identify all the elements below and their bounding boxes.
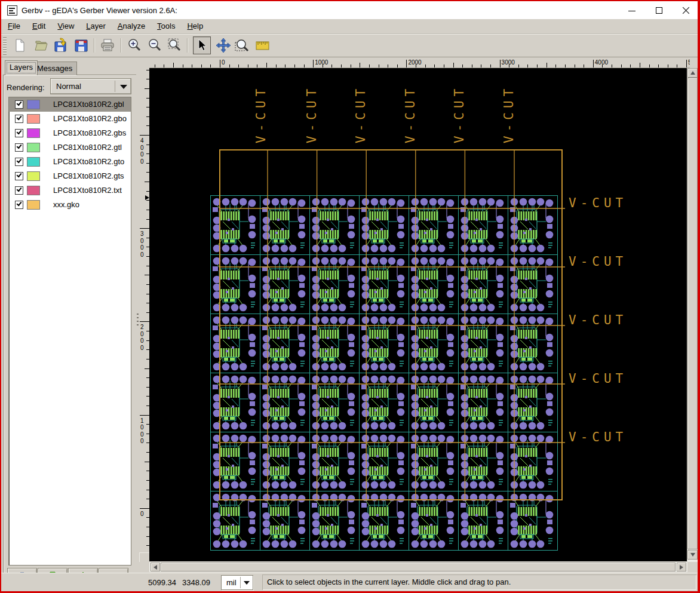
layer-color-swatch[interactable]	[27, 114, 40, 124]
layer-row[interactable]: LPC81Xto810R2.gbl	[9, 97, 131, 112]
menu-view[interactable]: View	[52, 19, 79, 33]
ruler-tick	[388, 64, 388, 67]
ruler-tick	[220, 60, 220, 67]
vcut-label-right: V-CUT	[569, 254, 627, 269]
horizontal-scroll-thumb[interactable]	[161, 563, 676, 572]
ruler-tick	[248, 64, 248, 67]
vertical-scrollbar[interactable]	[687, 68, 698, 562]
toolbar	[1, 34, 698, 57]
zoom-out-button[interactable]	[146, 36, 164, 54]
measure-tool-button[interactable]	[254, 36, 272, 54]
open-folder-icon	[34, 38, 48, 53]
scroll-up-button[interactable]	[687, 68, 698, 78]
maximize-button[interactable]	[646, 1, 673, 19]
layer-visibility-checkbox[interactable]	[15, 172, 23, 180]
layer-color-swatch[interactable]	[27, 200, 40, 210]
scroll-left-button[interactable]	[151, 563, 160, 572]
scroll-right-button[interactable]	[677, 563, 686, 572]
toolbar-drag-handle[interactable]	[3, 37, 7, 55]
measure-ruler-icon	[255, 38, 271, 53]
ruler-tick	[453, 63, 454, 67]
minimize-button[interactable]	[619, 1, 645, 19]
layer-visibility-checkbox[interactable]	[15, 129, 23, 137]
new-file-button[interactable]	[11, 36, 29, 54]
ruler-tick	[668, 64, 668, 67]
zoom-region-tool-button[interactable]	[233, 36, 251, 54]
menu-analyze[interactable]: Analyze	[112, 19, 151, 33]
layer-color-swatch[interactable]	[27, 157, 40, 167]
pointer-tool-button[interactable]	[193, 36, 211, 54]
units-dropdown[interactable]: mil	[221, 575, 253, 590]
layer-visibility-checkbox[interactable]	[15, 115, 23, 123]
layer-row[interactable]: LPC81Xto810R2.gtl	[9, 140, 131, 155]
maximize-icon	[656, 7, 662, 14]
layer-visibility-checkbox[interactable]	[15, 143, 23, 152]
tab-layers[interactable]: Layers	[5, 60, 38, 75]
coordinate-x: 5099.34	[148, 578, 176, 587]
vertical-scroll-thumb[interactable]	[687, 78, 698, 549]
save-as-button[interactable]	[52, 36, 70, 54]
layer-row[interactable]: xxx.gko	[9, 198, 131, 212]
check-icon	[17, 172, 22, 177]
zoom-fit-icon	[167, 38, 183, 53]
save-button[interactable]	[72, 36, 90, 54]
toolbar-separator	[187, 38, 188, 53]
ruler-tick	[164, 64, 164, 67]
horizontal-scrollbar[interactable]	[149, 562, 687, 572]
open-project-button[interactable]	[32, 36, 50, 54]
save-as-icon	[53, 38, 69, 53]
ruler-tick	[490, 64, 491, 67]
ruler-tick	[500, 60, 501, 67]
zoom-region-icon	[234, 38, 250, 53]
pan-tool-button[interactable]	[214, 36, 232, 54]
layer-visibility-checkbox[interactable]	[15, 186, 23, 195]
ruler-tick	[509, 64, 509, 67]
layer-visibility-checkbox[interactable]	[15, 201, 23, 209]
layer-row[interactable]: LPC81Xto810R2.gbs	[9, 126, 131, 140]
zoom-in-button[interactable]	[126, 36, 144, 54]
layer-row[interactable]: LPC81Xto810R2.gto	[9, 155, 131, 169]
ruler-tick	[621, 64, 622, 67]
menu-help[interactable]: Help	[182, 19, 208, 33]
pan-icon	[216, 38, 231, 53]
status-bar: 5099.343348.09 mil Click to select objec…	[1, 573, 698, 591]
print-button[interactable]	[99, 36, 116, 54]
ruler-label: 0	[222, 59, 225, 66]
layer-row[interactable]: LPC81Xto810R2.gts	[9, 169, 131, 183]
menu-layer[interactable]: Layer	[81, 19, 111, 33]
ruler-tick	[155, 64, 155, 67]
ruler-tick	[145, 368, 149, 369]
layer-visibility-checkbox[interactable]	[15, 100, 23, 109]
hint-box: Click to select objects in the current l…	[262, 574, 696, 590]
scroll-down-button[interactable]	[687, 550, 698, 560]
layer-color-swatch[interactable]	[27, 143, 40, 152]
layer-row[interactable]: LPC81Xto810R2.gbo	[9, 112, 131, 126]
rendering-dropdown[interactable]: Normal	[50, 78, 131, 94]
vcut-label-right: V-CUT	[569, 371, 627, 386]
menu-file[interactable]: File	[2, 19, 26, 33]
ruler-tick	[416, 64, 416, 67]
ruler-tick	[406, 60, 407, 67]
layer-color-swatch[interactable]	[27, 171, 40, 181]
layer-color-swatch[interactable]	[27, 100, 40, 109]
layer-color-swatch[interactable]	[27, 186, 40, 195]
zoom-fit-button[interactable]	[166, 36, 184, 54]
menu-edit[interactable]: Edit	[27, 19, 51, 33]
menu-tools[interactable]: Tools	[152, 19, 180, 33]
tab-messages[interactable]: Messages	[32, 62, 77, 75]
layer-row[interactable]: LPC81Xto810R2.txt	[9, 183, 131, 198]
ruler-tick	[397, 64, 398, 67]
ruler-position-marker	[145, 195, 149, 200]
ruler-tick	[145, 88, 149, 89]
ruler-label: 5000	[688, 59, 690, 66]
toolbar-separator	[121, 38, 122, 53]
ruler-tick	[145, 275, 149, 275]
close-button[interactable]	[673, 1, 699, 19]
ruler-tick	[658, 64, 659, 67]
horizontal-ruler: 010002000300040005000	[149, 59, 690, 68]
vcut-label-top: V-CUT	[305, 85, 319, 143]
layer-visibility-checkbox[interactable]	[15, 158, 23, 166]
layer-color-swatch[interactable]	[27, 128, 40, 138]
layer-list[interactable]: LPC81Xto810R2.gblLPC81Xto810R2.gboLPC81X…	[8, 97, 131, 566]
gerber-canvas[interactable]: V-CUTV-CUTV-CUTV-CUTV-CUTV-CUTV-CUTV-CUT…	[149, 68, 687, 561]
